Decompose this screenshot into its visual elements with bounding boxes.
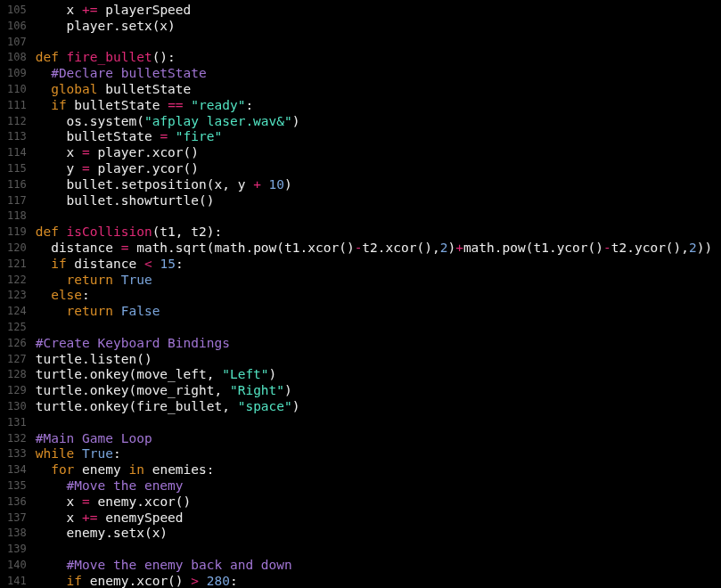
code-line[interactable]: while True: (36, 446, 721, 462)
code-line[interactable]: turtle.listen() (36, 352, 721, 368)
code-line[interactable]: os.system("afplay laser.wav&") (36, 114, 721, 130)
token-kc: in (128, 462, 143, 477)
code-line[interactable]: x = enemy.xcor() (36, 494, 721, 510)
code-line[interactable]: if bulletState == "ready": (36, 98, 721, 114)
token-fn: isCollision (67, 225, 152, 239)
token-n: 2 (689, 241, 697, 255)
code-line[interactable]: #Declare bulletState (36, 66, 721, 82)
token-pl (36, 66, 51, 80)
line-number: 111 (7, 98, 27, 114)
token-pl (261, 177, 269, 192)
code-line[interactable]: for enemy in enemies: (36, 462, 721, 478)
line-number: 129 (7, 383, 27, 399)
token-kc: if (51, 257, 66, 271)
token-pl (36, 304, 67, 318)
token-pl (113, 273, 121, 287)
line-number: 126 (7, 336, 27, 352)
token-op: = (82, 145, 90, 159)
token-s: "fire" (176, 129, 222, 143)
token-pl: turtle.onkey(move_left, (36, 367, 223, 381)
code-line[interactable]: def isCollision(t1, t2): (36, 225, 721, 241)
code-line[interactable] (36, 542, 721, 558)
code-line[interactable]: distance = math.sqrt(math.pow(t1.xcor()-… (36, 241, 721, 257)
line-number-gutter: 1051061071081091101111121131141151161171… (0, 0, 36, 588)
token-k: def (36, 225, 67, 239)
token-pl (36, 98, 51, 112)
code-line[interactable]: x = player.xcor() (36, 145, 721, 161)
code-line[interactable]: enemy.setx(x) (36, 526, 721, 542)
token-pl: enemy.setx(x) (36, 526, 168, 540)
code-area[interactable]: x += playerSpeed player.setx(x)def fire_… (36, 0, 721, 588)
token-pl: : (176, 257, 184, 271)
code-line[interactable]: else: (36, 288, 721, 304)
token-cm: #Create Keyboard Bindings (36, 336, 230, 350)
token-pl (36, 462, 51, 477)
code-line[interactable]: player.setx(x) (36, 19, 721, 35)
code-line[interactable]: turtle.onkey(fire_bullet, "space") (36, 399, 721, 415)
token-n: 15 (160, 257, 175, 271)
token-op: += (82, 3, 97, 17)
line-number: 105 (7, 3, 27, 19)
token-pl: distance (67, 257, 144, 271)
code-line[interactable]: return True (36, 273, 721, 289)
code-line[interactable]: bulletState = "fire" (36, 129, 721, 145)
code-line[interactable]: if enemy.xcor() > 280: (36, 574, 721, 588)
line-number: 112 (7, 114, 27, 130)
code-line[interactable] (36, 415, 721, 431)
token-pl (36, 558, 67, 572)
token-pl: player.setx(x) (36, 19, 176, 33)
code-line[interactable]: x += playerSpeed (36, 3, 721, 19)
code-editor: 1051061071081091101111121131141151161171… (0, 0, 721, 588)
code-line[interactable]: y = player.ycor() (36, 161, 721, 177)
code-line[interactable]: #Move the enemy back and down (36, 558, 721, 574)
token-kc: global (51, 82, 97, 96)
line-number: 106 (7, 19, 27, 35)
code-line[interactable] (36, 208, 721, 225)
code-line[interactable] (36, 35, 721, 51)
code-line[interactable]: bullet.setposition(x, y + 10) (36, 177, 721, 193)
token-cm: #Move the enemy (67, 478, 184, 493)
token-op: = (160, 129, 168, 143)
token-pl: x (36, 494, 82, 509)
code-line[interactable]: x += enemySpeed (36, 510, 721, 527)
token-cm: #Main Game Loop (36, 431, 152, 445)
code-line[interactable]: #Main Game Loop (36, 431, 721, 447)
token-s: "afplay laser.wav&" (144, 114, 292, 128)
code-line[interactable]: #Move the enemy (36, 478, 721, 494)
line-number: 115 (7, 161, 27, 177)
token-pl: )) (697, 241, 712, 255)
code-line[interactable] (36, 320, 721, 336)
token-op: < (144, 257, 152, 271)
token-pl (36, 288, 51, 302)
token-pl: (): (152, 50, 176, 64)
token-cm: #Move the enemy back and down (67, 558, 292, 572)
token-op: + (253, 177, 261, 192)
token-op: + (455, 241, 463, 255)
token-pl: ) (447, 241, 455, 255)
token-op: += (82, 510, 97, 525)
code-line[interactable]: if distance < 15: (36, 257, 721, 273)
token-pl: ) (284, 177, 292, 192)
token-pl: turtle.onkey(fire_bullet, (36, 399, 238, 413)
line-number: 114 (7, 145, 27, 161)
line-number: 109 (7, 66, 27, 82)
token-kc: if (51, 98, 66, 112)
line-number: 125 (7, 320, 27, 336)
code-line[interactable]: bullet.showturtle() (36, 193, 721, 209)
token-pl: : (230, 574, 238, 588)
token-pl: ) (292, 399, 300, 413)
code-line[interactable]: def fire_bullet(): (36, 50, 721, 66)
token-pl: turtle.listen() (36, 352, 152, 366)
code-line[interactable]: turtle.onkey(move_left, "Left") (36, 367, 721, 383)
token-kc: while (36, 446, 75, 461)
line-number: 113 (7, 129, 27, 145)
line-number: 122 (7, 273, 27, 289)
token-pl: x (36, 3, 82, 17)
code-line[interactable]: return False (36, 304, 721, 320)
code-line[interactable]: turtle.onkey(move_right, "Right") (36, 383, 721, 399)
code-line[interactable]: #Create Keyboard Bindings (36, 336, 721, 352)
token-pl: distance (36, 241, 121, 255)
token-pl: bulletState (98, 82, 192, 96)
code-line[interactable]: global bulletState (36, 82, 721, 98)
token-pl (36, 574, 67, 588)
